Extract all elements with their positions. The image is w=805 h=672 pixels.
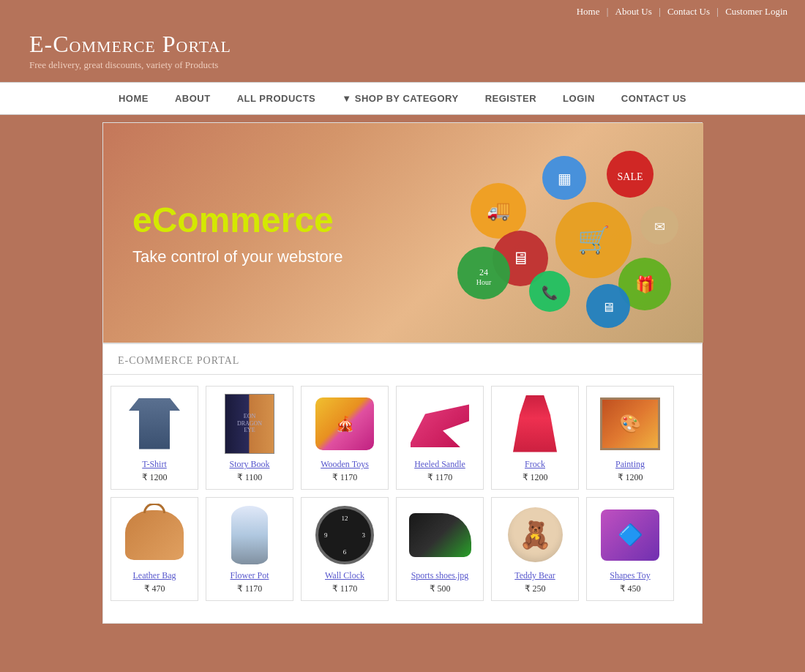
product-name-p10[interactable]: Sports shoes.jpg [402, 570, 477, 581]
svg-text:🎁: 🎁 [635, 275, 656, 294]
product-price-p8: ₹ 1170 [212, 583, 287, 594]
product-card-p1[interactable]: T-Shirt ₹ 1200 [111, 386, 198, 490]
banner-icons-svg: 🚚 ▦ SALE ✉ 🛒 [447, 138, 681, 328]
banner-title: eCommerce [132, 200, 342, 240]
product-image-p4 [402, 392, 477, 455]
page-container: Home | About Us | Contact Us | Customer … [0, 0, 805, 631]
product-price-p5: ₹ 1200 [498, 472, 572, 483]
product-price-p9: ₹ 1170 [307, 583, 382, 594]
top-login-link[interactable]: Customer Login [725, 6, 787, 17]
nav-about[interactable]: ABOUT [162, 83, 224, 114]
product-card-p10[interactable]: Sports shoes.jpg ₹ 500 [396, 497, 484, 601]
product-name-p7[interactable]: Leather Bag [117, 570, 192, 581]
product-name-p8[interactable]: Flower Pot [212, 570, 287, 581]
product-price-p2: ₹ 1100 [212, 472, 287, 483]
product-price-p6: ₹ 1200 [593, 472, 667, 483]
banner-subtitle: Take control of your webstore [132, 247, 342, 266]
banner-icons: 🚚 ▦ SALE ✉ 🛒 [447, 138, 681, 328]
nav-register[interactable]: REGISTER [472, 83, 550, 114]
banner-wrapper: eCommerce Take control of your webstore … [102, 122, 703, 343]
product-price-p12: ₹ 450 [593, 583, 667, 594]
product-price-p1: ₹ 1200 [117, 472, 192, 483]
product-image-p5 [498, 392, 572, 455]
main-nav: HOME ABOUT ALL PRODUCTS ▼ SHOP BY CATEGO… [0, 82, 805, 115]
nav-home[interactable]: HOME [105, 83, 162, 114]
product-image-p8 [212, 504, 287, 566]
svg-text:▦: ▦ [558, 171, 572, 187]
nav-category[interactable]: ▼ SHOP BY CATEGORY [329, 83, 471, 114]
product-card-p12[interactable]: 🔷 Shapes Toy ₹ 450 [586, 497, 674, 601]
product-name-p9[interactable]: Wall Clock [307, 570, 382, 581]
product-card-p2[interactable]: EONDRAGONEYE Story Book ₹ 1100 [206, 386, 293, 490]
nav-login[interactable]: LOGIN [550, 83, 608, 114]
top-about-link[interactable]: About Us [615, 6, 652, 17]
product-price-p10: ₹ 500 [402, 583, 477, 594]
svg-text:SALE: SALE [618, 171, 643, 182]
product-card-p5[interactable]: Frock ₹ 1200 [491, 386, 579, 490]
svg-text:🖥: 🖥 [512, 249, 529, 268]
svg-text:✉: ✉ [654, 220, 665, 234]
product-image-p6: 🎨 [593, 392, 667, 455]
product-name-p12[interactable]: Shapes Toy [593, 570, 667, 581]
product-image-p10 [402, 504, 477, 566]
sep1: | [607, 6, 609, 17]
svg-text:24: 24 [479, 267, 488, 277]
product-image-p7 [117, 504, 192, 566]
banner-text: eCommerce Take control of your webstore [103, 178, 372, 288]
product-name-p2[interactable]: Story Book [212, 459, 287, 470]
product-price-p3: ₹ 1170 [307, 472, 382, 483]
product-price-p4: ₹ 1170 [402, 472, 477, 483]
product-name-p5[interactable]: Frock [498, 459, 572, 470]
svg-text:🖥: 🖥 [602, 300, 615, 315]
inner-wrapper: eCommerce Take control of your webstore … [102, 122, 703, 624]
product-image-p9: 12693 [307, 504, 382, 566]
product-name-p1[interactable]: T-Shirt [117, 459, 192, 470]
product-card-p11[interactable]: 🧸 Teddy Bear ₹ 250 [491, 497, 579, 601]
site-title: E-Commerce Portal [29, 31, 776, 58]
product-name-p11[interactable]: Teddy Bear [498, 570, 572, 581]
main-content: E-COMMERCE PORTAL T-Shirt ₹ 1200 EONDRAG… [102, 343, 703, 624]
svg-text:🛒: 🛒 [577, 224, 610, 255]
svg-text:Hour: Hour [476, 278, 492, 286]
site-subtitle: Free delivery, great discounts, variety … [29, 59, 776, 71]
product-name-p4[interactable]: Heeled Sandle [402, 459, 477, 470]
product-card-p3[interactable]: 🎪 Wooden Toys ₹ 1170 [301, 386, 389, 490]
svg-text:🚚: 🚚 [487, 198, 511, 222]
product-card-p4[interactable]: Heeled Sandle ₹ 1170 [396, 386, 484, 490]
product-price-p7: ₹ 470 [117, 583, 192, 594]
content-area: eCommerce Take control of your webstore … [0, 115, 805, 631]
product-grid: T-Shirt ₹ 1200 EONDRAGONEYE Story Book ₹… [103, 386, 702, 601]
product-price-p11: ₹ 250 [498, 583, 572, 594]
product-card-p9[interactable]: 12693 Wall Clock ₹ 1170 [301, 497, 389, 601]
section-title: E-COMMERCE PORTAL [103, 344, 702, 375]
site-header: E-Commerce Portal Free delivery, great d… [0, 23, 805, 82]
product-image-p1 [117, 392, 192, 455]
top-home-link[interactable]: Home [577, 6, 600, 17]
product-card-p8[interactable]: Flower Pot ₹ 1170 [206, 497, 293, 601]
sep2: | [659, 6, 661, 17]
nav-allproducts[interactable]: ALL PRODUCTS [224, 83, 329, 114]
top-bar: Home | About Us | Contact Us | Customer … [0, 0, 805, 23]
product-image-p11: 🧸 [498, 504, 572, 566]
product-card-p7[interactable]: Leather Bag ₹ 470 [111, 497, 198, 601]
svg-text:📞: 📞 [542, 285, 558, 301]
nav-contact[interactable]: CONTACT US [608, 83, 700, 114]
top-contact-link[interactable]: Contact Us [667, 6, 710, 17]
banner: eCommerce Take control of your webstore … [103, 123, 703, 343]
product-image-p2: EONDRAGONEYE [212, 392, 287, 455]
product-image-p12: 🔷 [593, 504, 667, 566]
product-image-p3: 🎪 [307, 392, 382, 455]
product-name-p6[interactable]: Painting [593, 459, 667, 470]
sep3: | [716, 6, 719, 17]
product-card-p6[interactable]: 🎨 Painting ₹ 1200 [586, 386, 674, 490]
product-name-p3[interactable]: Wooden Toys [307, 459, 382, 470]
